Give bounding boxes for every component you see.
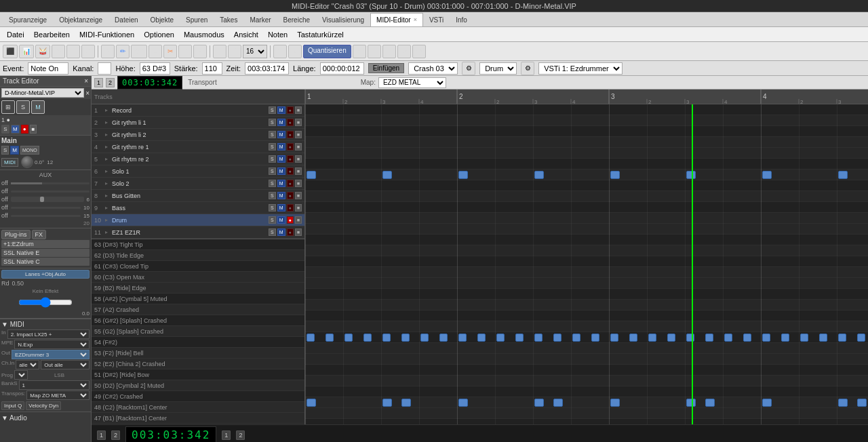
- expand-arrow-8[interactable]: ▸: [105, 193, 111, 199]
- toolbar-undo-btn[interactable]: ↩: [397, 45, 411, 58]
- track-m-btn-6[interactable]: M: [277, 167, 285, 175]
- menu-ansicht[interactable]: Ansicht: [230, 29, 262, 40]
- toolbar-hash-btn[interactable]: #: [273, 45, 287, 58]
- note-row-55[interactable]: 55 (G2) [Splash] Crashed: [92, 326, 304, 337]
- toolbar-transpose-btn[interactable]: ↕: [368, 45, 381, 58]
- record-rec-btn[interactable]: ●: [21, 125, 28, 134]
- toolbar-redo-btn[interactable]: ↪: [412, 45, 426, 58]
- tab-visualisierung[interactable]: Visualisierung: [316, 13, 370, 26]
- transport-2-btn2[interactable]: 2: [236, 430, 245, 440]
- track-s-btn-4[interactable]: S: [269, 143, 276, 150]
- velocity-dyn-btn[interactable]: Velocity Dyn: [26, 401, 61, 410]
- track-rec-btn-7[interactable]: ●: [287, 180, 294, 187]
- note-block-42-504[interactable]: [648, 334, 656, 342]
- crash-select[interactable]: Crash 03: [408, 62, 458, 75]
- note-block-42-784[interactable]: [838, 334, 846, 342]
- toolbar-select2-tool[interactable]: ▭: [149, 45, 162, 58]
- track-rec-btn-1[interactable]: ●: [287, 106, 294, 114]
- note-block-36-784[interactable]: [838, 399, 848, 407]
- track-rec-btn-9[interactable]: ●: [287, 204, 294, 212]
- note-block-42-392[interactable]: [572, 334, 580, 342]
- track-rec-btn-6[interactable]: ●: [287, 167, 294, 175]
- track-strip-5[interactable]: 5▸Git rhytm re 2SM●■: [92, 153, 304, 165]
- quantize-value-select[interactable]: 16: [243, 45, 267, 58]
- transport-1-btn2[interactable]: 1: [222, 430, 231, 440]
- tab-info[interactable]: Info: [450, 13, 473, 26]
- note-block-57-112[interactable]: [382, 171, 392, 179]
- track-rec-btn-4[interactable]: ●: [287, 143, 294, 150]
- device-close-btn[interactable]: ×: [85, 89, 90, 97]
- plugin-item-2[interactable]: SSL Native E: [1, 249, 90, 257]
- lanes-btn[interactable]: Lanes +Obj.Auto: [1, 270, 90, 279]
- note-block-42-812[interactable]: [857, 334, 865, 342]
- track-stop-btn-1[interactable]: ■: [295, 106, 302, 114]
- track-m-btn-7[interactable]: M: [277, 180, 285, 187]
- drum-settings-btn[interactable]: ⚙: [521, 62, 534, 75]
- note-row-60[interactable]: 60 (C3) Open Max: [92, 272, 304, 283]
- menu-optionen[interactable]: Optionen: [140, 29, 178, 40]
- track-s-btn-8[interactable]: S: [269, 192, 276, 199]
- expand-arrow-5[interactable]: ▸: [105, 156, 111, 162]
- note-block-57-560[interactable]: [686, 171, 696, 179]
- tab-spuranzeige[interactable]: Spuranzeige: [3, 13, 53, 26]
- input-q-btn[interactable]: Input Q: [1, 401, 24, 410]
- expand-arrow-4[interactable]: ▸: [105, 144, 111, 150]
- fx-btn[interactable]: FX: [32, 230, 47, 239]
- expand-arrow-1[interactable]: ▸: [105, 107, 111, 113]
- track-editor-close[interactable]: ×: [84, 77, 88, 85]
- note-row-54[interactable]: 54 (F#2): [92, 337, 304, 348]
- tc-m-btn[interactable]: M: [31, 100, 45, 114]
- transport-2-btn-bot[interactable]: 2: [111, 430, 120, 440]
- note-block-36-112[interactable]: [382, 399, 392, 407]
- toolbar-humanize-btn[interactable]: ~: [382, 45, 396, 58]
- main-mono-btn[interactable]: MONO: [20, 146, 39, 155]
- toolbar-sharp-btn[interactable]: ♯: [288, 45, 302, 58]
- expand-arrow-10[interactable]: ▸: [105, 217, 111, 223]
- track-rec-btn-3[interactable]: ●: [287, 131, 294, 138]
- transport-1-btn[interactable]: 1: [94, 78, 103, 87]
- map-select[interactable]: EZD METAL: [378, 77, 446, 88]
- toolbar-btn-2[interactable]: 📊: [19, 45, 34, 58]
- track-strip-11[interactable]: 11▸EZ1 EZ1RSM●■: [92, 226, 304, 239]
- track-s-btn-7[interactable]: S: [269, 180, 276, 187]
- toolbar-pencil-btn[interactable]: ✏: [353, 45, 366, 58]
- note-block-42-728[interactable]: [800, 334, 808, 342]
- ch-in-select[interactable]: alle: [16, 360, 39, 369]
- note-row-59[interactable]: 59 (B2) Ride] Edge: [92, 283, 304, 294]
- note-block-42-476[interactable]: [629, 334, 637, 342]
- note-row-58[interactable]: 58 (A#2) [Cymbal 5] Muted: [92, 294, 304, 304]
- note-block-36-812[interactable]: [857, 399, 867, 407]
- track-s-btn-11[interactable]: S: [269, 228, 276, 236]
- toolbar-btn-wave[interactable]: 〜: [52, 45, 65, 58]
- track-m-btn-8[interactable]: M: [277, 192, 285, 199]
- tab-bereiche[interactable]: Bereiche: [277, 13, 316, 26]
- plugin-item-3[interactable]: SSL Native C: [1, 258, 90, 266]
- tab-close-midi[interactable]: ×: [414, 16, 417, 23]
- transport-2-btn[interactable]: 2: [106, 78, 115, 87]
- track-s-btn-5[interactable]: S: [269, 155, 276, 163]
- send-fader[interactable]: [18, 300, 73, 305]
- main-m-btn[interactable]: M: [10, 146, 19, 155]
- main-midi-btn[interactable]: MIDI: [1, 158, 18, 167]
- note-row-51[interactable]: 51 (D#2) [Ride] Bow: [92, 369, 304, 380]
- track-s-btn-1[interactable]: S: [269, 106, 276, 114]
- note-row-61[interactable]: 61 (C#3) Closed Tip: [92, 261, 304, 272]
- note-block-42-700[interactable]: [781, 334, 789, 342]
- note-block-42-168[interactable]: [420, 334, 429, 342]
- note-block-57-0[interactable]: [307, 171, 316, 179]
- hoehe-input[interactable]: [140, 62, 170, 75]
- prog-select[interactable]: 1: [14, 370, 28, 380]
- note-row-57[interactable]: 57 (A2) Crashed: [92, 304, 304, 315]
- note-block-42-280[interactable]: [496, 334, 505, 342]
- note-block-42-0[interactable]: [307, 334, 315, 342]
- note-block-42-364[interactable]: [553, 334, 561, 342]
- track-s-btn-6[interactable]: S: [269, 167, 276, 175]
- note-block-42-644[interactable]: [743, 334, 751, 342]
- note-row-62[interactable]: 62 (D3) Tide Edge: [92, 250, 304, 261]
- fader-3[interactable]: [11, 197, 84, 202]
- track-rec-btn-2[interactable]: ●: [287, 119, 294, 126]
- toolbar-btn-1[interactable]: ⬛: [3, 45, 18, 58]
- track-m-btn-9[interactable]: M: [277, 204, 285, 212]
- plugin-item-1[interactable]: +1:EZdrum: [1, 240, 90, 248]
- track-m-btn-5[interactable]: M: [277, 155, 285, 163]
